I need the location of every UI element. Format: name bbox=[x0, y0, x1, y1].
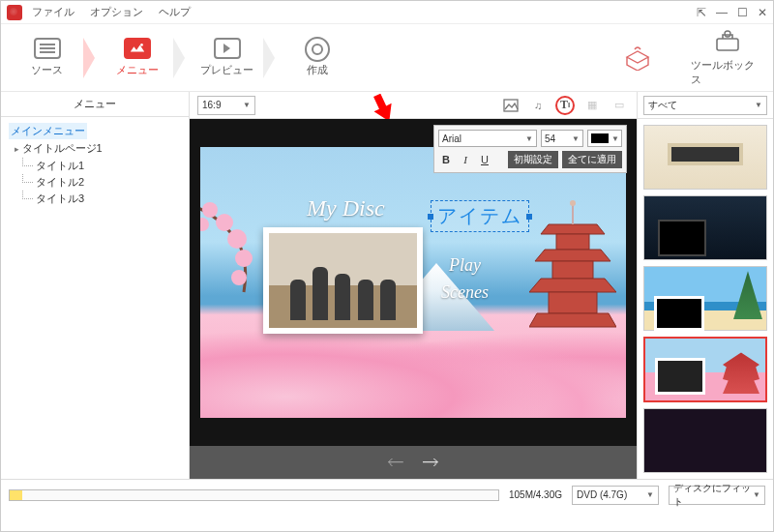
step-toolbox-label: ツールボックス bbox=[691, 58, 763, 87]
text-item-selected[interactable]: アイテム bbox=[431, 200, 529, 232]
chevron-icon bbox=[83, 24, 101, 92]
tree-item[interactable]: タイトル2 bbox=[9, 174, 181, 191]
template-pane: すべて▼ bbox=[638, 92, 773, 479]
font-color-select[interactable]: ▼ bbox=[587, 130, 622, 147]
sidebar-header: メニュー bbox=[1, 92, 189, 117]
chevron-icon bbox=[263, 24, 281, 92]
next-arrow-icon[interactable]: 🡒 bbox=[422, 453, 439, 473]
svg-point-7 bbox=[235, 250, 253, 267]
step-bar: ソース メニュー プレビュー 作成 ツールボックス bbox=[1, 24, 773, 92]
menu-icon bbox=[124, 38, 151, 59]
italic-button[interactable]: I bbox=[458, 154, 473, 165]
svg-point-6 bbox=[227, 229, 247, 249]
menu-tree: メインメニュー タイトルページ1 タイトル1 タイトル2 タイトル3 bbox=[1, 117, 189, 213]
svg-point-13 bbox=[570, 200, 576, 206]
aspect-ratio-select[interactable]: 16:9▼ bbox=[197, 96, 255, 115]
reset-button[interactable]: 初期設定 bbox=[508, 151, 558, 168]
step-preview-label: プレビュー bbox=[200, 63, 253, 77]
font-size-select[interactable]: 54▼ bbox=[541, 130, 583, 147]
template-thumb[interactable] bbox=[643, 125, 767, 190]
svg-point-9 bbox=[200, 218, 209, 231]
pin-icon[interactable]: ⇱ bbox=[697, 6, 706, 19]
step-menu[interactable]: メニュー bbox=[101, 38, 173, 77]
step-preview[interactable]: プレビュー bbox=[191, 38, 263, 77]
disc-type-select[interactable]: DVD (4.7G)▼ bbox=[572, 486, 659, 505]
svg-point-0 bbox=[140, 44, 143, 46]
menu-bar: ファイル オプション ヘルプ bbox=[32, 5, 191, 19]
svg-point-2 bbox=[725, 31, 730, 37]
maximize-icon[interactable]: ☐ bbox=[737, 6, 748, 19]
menu-option[interactable]: オプション bbox=[90, 5, 143, 19]
video-thumbnail[interactable] bbox=[263, 227, 423, 334]
edit-toolbar: 16:9▼ ♫ TI ▦ ▭ bbox=[190, 92, 637, 119]
page-tool-icon[interactable]: ▭ bbox=[610, 96, 629, 115]
image-tool-icon[interactable] bbox=[501, 96, 521, 115]
giftbox-icon bbox=[623, 45, 652, 71]
font-family-select[interactable]: Arial▼ bbox=[438, 130, 537, 147]
fit-select[interactable]: ディスクにフィット▼ bbox=[669, 486, 765, 505]
disc-title-text[interactable]: My Disc bbox=[307, 195, 385, 222]
step-toolbox[interactable]: ツールボックス bbox=[691, 29, 763, 87]
chevron-icon bbox=[173, 24, 191, 92]
play-link-text[interactable]: Play bbox=[449, 255, 481, 276]
template-thumb[interactable] bbox=[643, 408, 767, 473]
grid-tool-icon[interactable]: ▦ bbox=[582, 96, 602, 115]
create-icon bbox=[304, 38, 331, 59]
template-list bbox=[638, 119, 773, 479]
step-source[interactable]: ソース bbox=[11, 38, 83, 77]
sidebar: メニュー メインメニュー タイトルページ1 タイトル1 タイトル2 タイトル3 bbox=[1, 92, 190, 479]
underline-button[interactable]: U bbox=[477, 154, 492, 165]
workspace: メニュー メインメニュー タイトルページ1 タイトル1 タイトル2 タイトル3 … bbox=[1, 92, 773, 479]
bold-button[interactable]: B bbox=[438, 154, 454, 165]
svg-point-5 bbox=[216, 214, 233, 231]
stage-nav: 🡐 🡒 bbox=[190, 446, 637, 479]
capacity-bar bbox=[9, 489, 499, 501]
svg-rect-1 bbox=[717, 39, 738, 50]
window-controls: ⇱ — ☐ ✕ bbox=[697, 6, 767, 19]
template-filter: すべて▼ bbox=[638, 92, 773, 119]
svg-point-4 bbox=[202, 202, 218, 218]
scenes-link-text[interactable]: Scenes bbox=[441, 282, 489, 303]
menu-help[interactable]: ヘルプ bbox=[159, 5, 191, 19]
preview-icon bbox=[214, 38, 241, 59]
svg-point-8 bbox=[231, 270, 247, 285]
center-pane: 16:9▼ ♫ TI ▦ ▭ My Disc Play Scenes アイテム bbox=[190, 92, 638, 479]
app-logo-icon bbox=[7, 5, 22, 20]
text-format-bar: Arial▼ 54▼ ▼ B I U 初期設定 全てに適用 bbox=[433, 125, 627, 173]
source-icon bbox=[34, 38, 61, 59]
apply-all-button[interactable]: 全てに適用 bbox=[562, 151, 622, 168]
template-thumb-selected[interactable] bbox=[643, 337, 767, 401]
capacity-text: 105M/4.30G bbox=[509, 489, 562, 500]
step-source-label: ソース bbox=[31, 63, 63, 77]
tree-title-page[interactable]: タイトルページ1 bbox=[9, 139, 181, 158]
text-tool-icon[interactable]: TI bbox=[555, 96, 575, 115]
step-create[interactable]: 作成 bbox=[281, 38, 353, 77]
svg-rect-12 bbox=[549, 292, 597, 313]
svg-rect-10 bbox=[556, 234, 589, 250]
step-menu-label: メニュー bbox=[116, 63, 159, 77]
template-thumb[interactable] bbox=[643, 195, 767, 260]
svg-rect-11 bbox=[552, 261, 593, 279]
tree-main-menu[interactable]: メインメニュー bbox=[9, 123, 87, 139]
status-bar: 105M/4.30G DVD (4.7G)▼ ディスクにフィット▼ bbox=[1, 479, 773, 510]
stage-wrapper: My Disc Play Scenes アイテム Arial▼ 54▼ ▼ B … bbox=[190, 119, 637, 446]
title-bar: ファイル オプション ヘルプ ⇱ — ☐ ✕ bbox=[1, 1, 773, 24]
aspect-value: 16:9 bbox=[202, 100, 221, 110]
template-thumb[interactable] bbox=[643, 266, 767, 331]
prev-arrow-icon[interactable]: 🡐 bbox=[387, 453, 404, 473]
template-filter-select[interactable]: すべて▼ bbox=[643, 96, 767, 115]
giftbox-button[interactable] bbox=[601, 45, 673, 71]
menu-file[interactable]: ファイル bbox=[32, 5, 74, 19]
close-icon[interactable]: ✕ bbox=[758, 6, 767, 19]
step-create-label: 作成 bbox=[307, 63, 328, 77]
minimize-icon[interactable]: — bbox=[716, 6, 728, 19]
tree-item[interactable]: タイトル1 bbox=[9, 158, 181, 174]
music-tool-icon[interactable]: ♫ bbox=[528, 96, 548, 115]
tree-item[interactable]: タイトル3 bbox=[9, 191, 181, 207]
toolbox-icon bbox=[713, 29, 742, 54]
menu-canvas[interactable]: My Disc Play Scenes アイテム bbox=[200, 147, 626, 418]
